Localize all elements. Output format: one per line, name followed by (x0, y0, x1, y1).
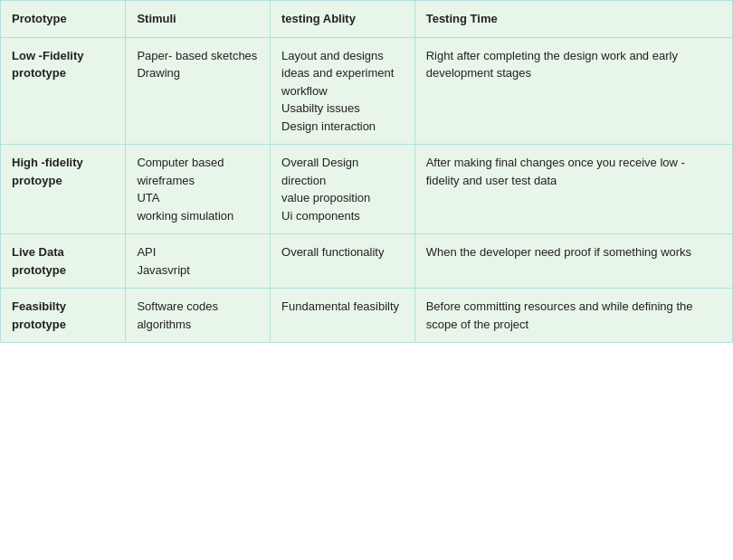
cell-testing-3: Fundamental feasibilty (271, 289, 415, 343)
cell-time-2: When the developer need proof if somethi… (414, 234, 732, 289)
header-prototype: Prototype (1, 1, 126, 38)
table-row: High -fidelity protoypeComputer based wi… (1, 145, 733, 234)
cell-testing-0: Layout and designs ideas and experiment … (271, 37, 415, 145)
cell-prototype-0: Low -Fidelity prototype (1, 37, 126, 145)
cell-prototype-2: Live Data prototype (1, 234, 126, 289)
table-row: Feasibilty prototypeSoftware codes algor… (1, 289, 733, 343)
cell-stimuli-0: Paper- based sketches Drawing (126, 37, 271, 145)
cell-time-3: Before committing resources and while de… (414, 289, 732, 343)
header-stimuli: Stimuli (126, 1, 271, 38)
table-row: Low -Fidelity prototypePaper- based sket… (1, 37, 733, 145)
cell-testing-1: Overall Design direction value propositi… (271, 145, 415, 234)
cell-time-1: After making final changes once you rece… (414, 145, 732, 234)
cell-prototype-3: Feasibilty prototype (1, 289, 126, 343)
table-container: Prototype Stimuli testing Ablity Testing… (0, 0, 733, 343)
cell-stimuli-1: Computer based wireframes UTA working si… (126, 145, 271, 234)
header-testing: testing Ablity (271, 1, 415, 38)
cell-stimuli-3: Software codes algorithms (126, 289, 271, 343)
table-header-row: Prototype Stimuli testing Ablity Testing… (1, 1, 733, 38)
cell-testing-2: Overall functionality (271, 234, 415, 289)
prototype-table: Prototype Stimuli testing Ablity Testing… (0, 0, 733, 343)
header-time: Testing Time (414, 1, 732, 38)
table-row: Live Data prototypeAPI JavasvriptOverall… (1, 234, 733, 289)
cell-stimuli-2: API Javasvript (126, 234, 271, 289)
cell-prototype-1: High -fidelity protoype (1, 145, 126, 234)
cell-time-0: Right after completing the design work a… (414, 37, 732, 145)
